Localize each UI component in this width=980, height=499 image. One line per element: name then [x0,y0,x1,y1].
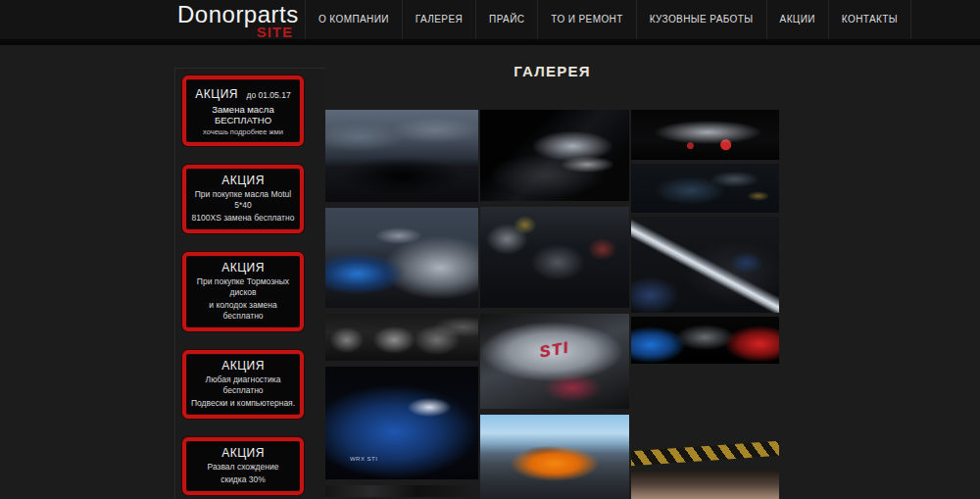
gallery-photo-partial-sky[interactable] [631,472,779,499]
nav-item-bodywork[interactable]: КУЗОВНЫЕ РАБОТЫ [636,0,766,39]
promo-banner-wheel-alignment[interactable]: АКЦИЯ Развал схождение скидка 30% [182,437,304,495]
gallery-column-3 [631,110,779,499]
wrx-sti-badge: WRX STI [350,456,378,462]
gallery-photo-car-lineup-mono[interactable] [325,314,478,361]
promo-text: Развал схождение [188,462,298,473]
site-logo[interactable]: Donorparts SITE [177,2,293,40]
promo-text: Любая диагностика бесплатно [188,374,298,396]
gallery-column-2: STI [480,110,629,499]
gallery-photo-black-sedan-sunset[interactable] [325,110,478,202]
gallery-photo-blue-wrx-front[interactable]: WRX STI [325,367,478,479]
nav-item-about[interactable]: О КОМПАНИИ [305,0,402,39]
page: Donorparts SITE О КОМПАНИИ ГАЛЕРЕЯ ПРАЙС… [0,0,980,499]
main-nav: О КОМПАНИИ ГАЛЕРЕЯ ПРАЙС ТО И РЕМОНТ КУЗ… [305,0,911,39]
gallery-photo-blue-rally-car-garage[interactable] [631,368,779,468]
nav-item-price[interactable]: ПРАЙС [475,0,537,39]
promo-title: АКЦИЯ [188,174,298,187]
promo-title: АКЦИЯ [195,87,238,101]
nav-item-gallery[interactable]: ГАЛЕРЕЯ [402,0,475,39]
promo-text: При покупке Тормозных дисков [188,276,298,298]
promo-note: хочешь подробнее жми [188,127,298,136]
promo-title: АКЦИЯ [188,359,298,373]
promo-title: АКЦИЯ [188,261,298,274]
promo-banner-diagnostics[interactable]: АКЦИЯ Любая диагностика бесплатно Подвес… [182,350,304,419]
promo-banner-brake-discs[interactable]: АКЦИЯ При покупке Тормозных дисков и кол… [182,252,304,331]
gallery-photo-strut-bar[interactable] [631,217,779,313]
promo-text: и колодок замена бесплатно [188,300,298,322]
promo-text: 8100XS замена бесплатно [188,213,298,224]
promo-banner-oil-change[interactable]: АКЦИЯ до 01.05.17 Замена масла БЕСПЛАТНО… [182,75,304,146]
sidebar: АКЦИЯ до 01.05.17 Замена масла БЕСПЛАТНО… [174,68,325,499]
page-title: ГАЛЕРЕЯ [325,63,779,79]
gallery-photo-orange-race-car[interactable] [480,415,629,499]
gallery-photo-blue-vs-red-cars[interactable] [631,317,779,364]
promo-text: При покупке масла Motul 5*40 [188,189,298,211]
promo-text: Замена масла БЕСПЛАТНО [188,104,298,125]
nav-item-promos[interactable]: АКЦИИ [766,0,828,39]
gallery-photo-silver-car-dark[interactable] [480,110,629,201]
promo-date: до 01.05.17 [246,90,290,100]
gallery-column-1: WRX STI [325,110,478,497]
promo-text: скидка 30% [188,474,298,485]
gallery-photo-silver-car-red-wheels[interactable] [631,110,779,160]
gallery-photo-blue-and-silver-cars[interactable] [325,208,478,308]
gallery-photo-sti-intercooler[interactable]: STI [480,314,629,409]
sti-logo-text: STI [538,338,571,361]
promo-text: Подвески и компьютерная. [188,398,298,409]
gallery-photo-engine-dark[interactable] [631,164,779,213]
gallery-photo-engine-bay[interactable] [480,207,629,308]
promo-title: АКЦИЯ [188,446,298,460]
gallery-photo-partial-bottom[interactable] [325,485,478,497]
nav-item-contacts[interactable]: КОНТАКТЫ [828,0,911,39]
promo-banner-motul-oil[interactable]: АКЦИЯ При покупке масла Motul 5*40 8100X… [182,165,304,233]
header-divider [0,39,980,45]
nav-item-service[interactable]: ТО И РЕМОНТ [537,0,635,39]
